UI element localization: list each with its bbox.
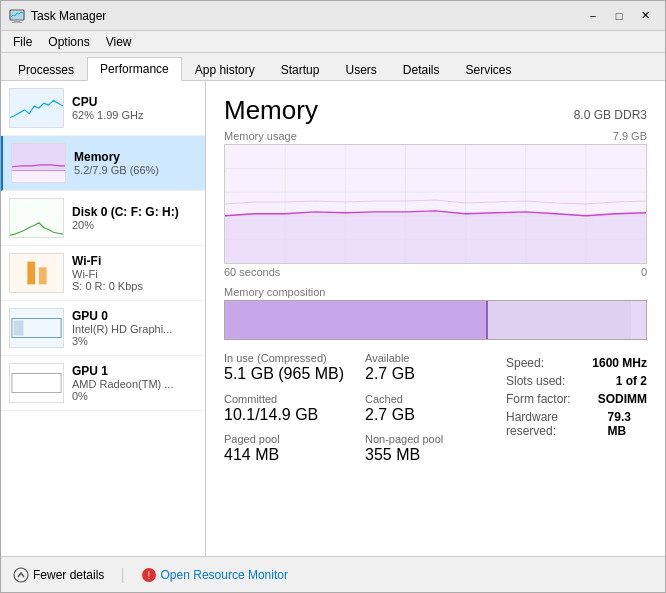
svg-rect-10 [27,262,35,285]
svg-rect-2 [12,22,22,23]
wifi-detail1: Wi-Fi [72,268,197,280]
stat-cached: Cached 2.7 GB [365,393,506,424]
gpu1-thumbnail [9,363,64,403]
gpu1-info: GPU 1 AMD Radeon(TM) ... 0% [72,364,197,402]
gpu0-detail2: 3% [72,335,197,347]
sidebar-item-gpu1[interactable]: GPU 1 AMD Radeon(TM) ... 0% [1,356,205,411]
stat-paged: Paged pool 414 MB [224,433,365,464]
stat-in-use: In use (Compressed) 5.1 GB (965 MB) [224,352,365,383]
right-stat-form-value: SODIMM [598,392,647,406]
title-bar-controls: − □ ✕ [581,6,657,26]
svg-rect-1 [14,20,20,22]
stat-cached-label: Cached [365,393,506,405]
right-stat-slots-label: Slots used: [506,374,565,388]
memory-thumbnail [11,143,66,183]
memory-detail: 5.2/7.9 GB (66%) [74,164,197,176]
right-stat-hw-value: 79.3 MB [608,410,647,438]
tab-performance[interactable]: Performance [87,57,182,81]
stat-col-mid: Available 2.7 GB Cached 2.7 GB Non-paged… [365,352,506,474]
footer: Fewer details | ! Open Resource Monitor [1,556,665,592]
wifi-detail2: S: 0 R: 0 Kbps [72,280,197,292]
sidebar-item-cpu[interactable]: CPU 62% 1.99 GHz [1,81,205,136]
disk0-name: Disk 0 (C: F: G: H:) [72,205,197,219]
disk0-info: Disk 0 (C: F: G: H:) 20% [72,205,197,231]
right-stat-hw-label: Hardware reserved: [506,410,598,438]
right-stat-slots-value: 1 of 2 [616,374,647,388]
tab-details[interactable]: Details [390,58,453,81]
menu-view[interactable]: View [98,33,140,51]
stat-nonpaged-value: 355 MB [365,446,506,464]
menu-file[interactable]: File [5,33,40,51]
stat-in-use-value: 5.1 GB (965 MB) [224,365,365,383]
sidebar-item-wifi[interactable]: Wi-Fi Wi-Fi S: 0 R: 0 Kbps [1,246,205,301]
stat-paged-value: 414 MB [224,446,365,464]
menu-options[interactable]: Options [40,33,97,51]
disk-thumbnail [9,198,64,238]
graph-section: Memory usage 7.9 GB [224,130,647,278]
right-stat-form-label: Form factor: [506,392,571,406]
resource-monitor-icon: ! [141,567,157,583]
stat-in-use-label: In use (Compressed) [224,352,365,364]
composition-label: Memory composition [224,286,647,298]
stat-committed-value: 10.1/14.9 GB [224,406,365,424]
detail-title: Memory [224,95,318,126]
tab-users[interactable]: Users [332,58,389,81]
cpu-info: CPU 62% 1.99 GHz [72,95,197,121]
title-bar: Task Manager − □ ✕ [1,1,665,31]
stat-col-right: Speed: 1600 MHz Slots used: 1 of 2 Form … [506,352,647,474]
maximize-button[interactable]: □ [607,6,631,26]
fewer-details-button[interactable]: Fewer details [13,567,104,583]
stat-nonpaged-label: Non-paged pool [365,433,506,445]
memory-info: Memory 5.2/7.9 GB (66%) [74,150,197,176]
stat-cached-value: 2.7 GB [365,406,506,424]
tab-services[interactable]: Services [453,58,525,81]
gpu1-detail1: AMD Radeon(TM) ... [72,378,197,390]
tab-startup[interactable]: Startup [268,58,333,81]
stat-available-value: 2.7 GB [365,365,506,383]
wifi-name: Wi-Fi [72,254,197,268]
graph-max: 7.9 GB [613,130,647,142]
open-resource-monitor-label: Open Resource Monitor [161,568,288,582]
stat-col-left: In use (Compressed) 5.1 GB (965 MB) Comm… [224,352,365,474]
sidebar-item-disk0[interactable]: Disk 0 (C: F: G: H:) 20% [1,191,205,246]
tabs-bar: Processes Performance App history Startu… [1,53,665,81]
svg-text:!: ! [147,570,150,581]
wifi-info: Wi-Fi Wi-Fi S: 0 R: 0 Kbps [72,254,197,292]
memory-name: Memory [74,150,197,164]
main-content: CPU 62% 1.99 GHz Memory 5.2/7.9 GB (66 [1,81,665,556]
stat-nonpaged: Non-paged pool 355 MB [365,433,506,464]
open-resource-monitor-link[interactable]: ! Open Resource Monitor [141,567,288,583]
svg-rect-14 [14,320,24,335]
svg-rect-15 [10,364,63,402]
footer-separator: | [120,566,124,584]
menu-bar: File Options View [1,31,665,53]
right-stat-speed: Speed: 1600 MHz [506,356,647,370]
gpu0-detail1: Intel(R) HD Graphi... [72,323,197,335]
gpu1-detail2: 0% [72,390,197,402]
sidebar-item-memory[interactable]: Memory 5.2/7.9 GB (66%) [1,136,205,191]
svg-marker-27 [225,211,646,263]
graph-time-start: 60 seconds [224,266,280,278]
cpu-detail: 62% 1.99 GHz [72,109,197,121]
graph-time-end: 0 [641,266,647,278]
right-stat-speed-value: 1600 MHz [592,356,647,370]
stat-available: Available 2.7 GB [365,352,506,383]
right-stat-speed-label: Speed: [506,356,544,370]
graph-time-row: 60 seconds 0 [224,266,647,278]
cpu-thumbnail [9,88,64,128]
graph-label: Memory usage [224,130,297,142]
composition-section: Memory composition [224,286,647,340]
gpu0-thumbnail [9,308,64,348]
chevron-up-icon [13,567,29,583]
close-button[interactable]: ✕ [633,6,657,26]
svg-rect-11 [39,267,47,284]
right-stat-hw: Hardware reserved: 79.3 MB [506,410,647,438]
minimize-button[interactable]: − [581,6,605,26]
sidebar-item-gpu0[interactable]: GPU 0 Intel(R) HD Graphi... 3% [1,301,205,356]
sidebar: CPU 62% 1.99 GHz Memory 5.2/7.9 GB (66 [1,81,206,556]
stat-committed-label: Committed [224,393,365,405]
tab-processes[interactable]: Processes [5,58,87,81]
detail-subtitle: 8.0 GB DDR3 [574,108,647,122]
tab-apphistory[interactable]: App history [182,58,268,81]
svg-rect-8 [10,199,63,237]
